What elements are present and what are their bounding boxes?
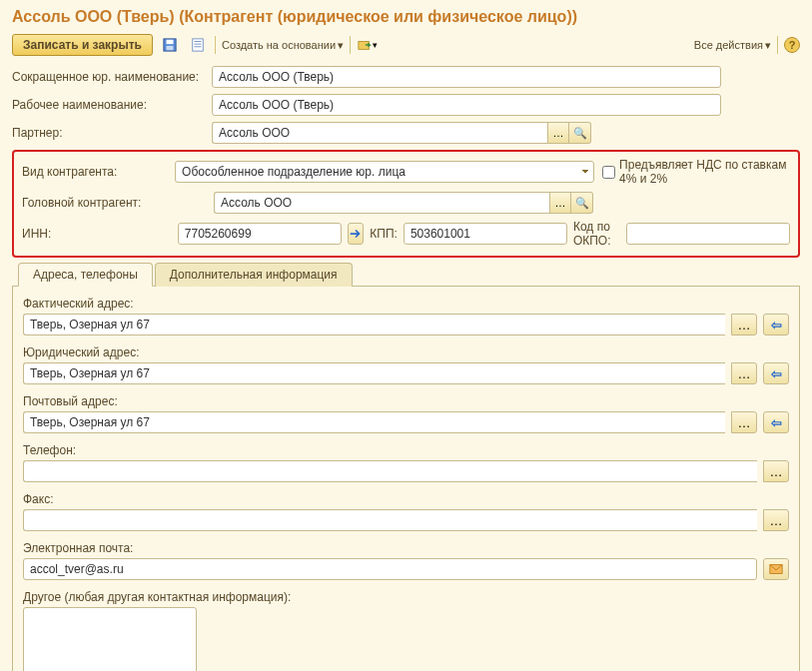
inn-fill-button[interactable]: [348, 223, 365, 245]
svg-rect-2: [166, 46, 173, 50]
postal-address-label: Почтовый адрес:: [23, 394, 789, 408]
report-button[interactable]: [187, 34, 209, 56]
fax-label: Факс:: [23, 492, 789, 506]
phone-input[interactable]: [23, 460, 757, 482]
work-name-label: Рабочее наименование:: [12, 98, 212, 112]
email-input[interactable]: [23, 558, 757, 580]
legal-address-input[interactable]: [23, 362, 725, 384]
all-actions-label: Все действия: [694, 39, 763, 51]
question-icon: ?: [789, 39, 796, 51]
head-input[interactable]: [214, 192, 549, 214]
svg-rect-3: [193, 39, 204, 51]
save-close-button[interactable]: Записать и закрыть: [12, 34, 153, 56]
actual-address-label: Фактический адрес:: [23, 297, 789, 311]
create-based-dropdown[interactable]: Создать на основании ▾: [222, 39, 344, 52]
ellipsis-icon: …: [738, 415, 751, 430]
all-actions-dropdown[interactable]: Все действия ▾: [694, 39, 771, 52]
help-button[interactable]: ?: [784, 37, 800, 53]
kpp-label: КПП:: [370, 227, 398, 241]
postal-address-input[interactable]: [23, 411, 725, 433]
separator: [215, 36, 216, 54]
okpo-input[interactable]: [626, 223, 790, 245]
tab-additional[interactable]: Дополнительная информация: [155, 263, 353, 287]
arrow-right-icon: [349, 227, 363, 241]
tab-addresses[interactable]: Адреса, телефоны: [18, 263, 153, 287]
other-textarea[interactable]: [23, 607, 197, 671]
create-based-label: Создать на основании: [222, 39, 336, 51]
list-icon: [191, 38, 205, 52]
partner-ellipsis-button[interactable]: …: [547, 122, 569, 144]
page-title: Ассоль ООО (Тверь) (Контрагент (юридичес…: [12, 8, 800, 26]
ellipsis-icon: …: [770, 464, 783, 479]
type-label: Вид контрагента:: [22, 165, 175, 179]
legal-address-label: Юридический адрес:: [23, 345, 789, 359]
tab-body-addresses: Фактический адрес: … ⇦ Юридический адрес…: [12, 287, 800, 671]
arrow-left-icon: ⇦: [771, 415, 782, 430]
phone-label: Телефон:: [23, 443, 789, 457]
fax-input[interactable]: [23, 509, 757, 531]
postal-address-copy-button[interactable]: ⇦: [763, 411, 789, 433]
arrow-left-icon: ⇦: [771, 318, 782, 333]
svg-rect-1: [166, 40, 173, 44]
floppy-icon: [163, 38, 177, 52]
head-ellipsis-button[interactable]: …: [549, 192, 571, 214]
head-label: Головной контрагент:: [22, 196, 214, 210]
go-button[interactable]: ▾: [357, 34, 379, 56]
other-label: Другое (любая другая контактная информац…: [23, 590, 789, 604]
vat-checkbox[interactable]: [602, 166, 615, 179]
short-name-input[interactable]: [212, 66, 721, 88]
ellipsis-icon: …: [555, 197, 566, 209]
email-send-button[interactable]: [763, 558, 789, 580]
save-button[interactable]: [159, 34, 181, 56]
actual-address-edit-button[interactable]: …: [731, 314, 757, 336]
actual-address-copy-button[interactable]: ⇦: [763, 314, 789, 336]
mail-icon: [769, 562, 783, 576]
ellipsis-icon: …: [738, 318, 751, 333]
chevron-down-icon: ▾: [765, 39, 771, 52]
ellipsis-icon: …: [553, 127, 564, 139]
postal-address-edit-button[interactable]: …: [731, 411, 757, 433]
ellipsis-icon: …: [738, 366, 751, 381]
okpo-label: Код по ОКПО:: [573, 220, 620, 248]
type-select[interactable]: Обособленное подразделение юр. лица: [175, 161, 594, 183]
ellipsis-icon: …: [770, 513, 783, 528]
legal-address-copy-button[interactable]: ⇦: [763, 362, 789, 384]
vat-checkbox-wrap[interactable]: Предъявляет НДС по ставкам 4% и 2%: [602, 158, 790, 186]
inn-input[interactable]: [178, 223, 342, 245]
email-label: Электронная почта:: [23, 541, 789, 555]
actual-address-input[interactable]: [23, 314, 725, 336]
separator: [350, 36, 351, 54]
partner-label: Партнер:: [12, 126, 212, 140]
kpp-input[interactable]: [404, 223, 567, 245]
phone-edit-button[interactable]: …: [763, 460, 789, 482]
tabs: Адреса, телефоны Дополнительная информац…: [12, 262, 800, 287]
separator: [777, 36, 778, 54]
chevron-down-icon: ▾: [338, 39, 344, 52]
folder-go-icon: [358, 38, 372, 52]
head-search-button[interactable]: 🔍: [571, 192, 593, 214]
work-name-input[interactable]: [212, 94, 721, 116]
highlighted-section: Вид контрагента: Обособленное подразделе…: [12, 150, 800, 258]
chevron-down-icon: ▾: [373, 40, 378, 50]
partner-input[interactable]: [212, 122, 547, 144]
fax-edit-button[interactable]: …: [763, 509, 789, 531]
arrow-left-icon: ⇦: [771, 366, 782, 381]
partner-search-button[interactable]: 🔍: [569, 122, 591, 144]
short-name-label: Сокращенное юр. наименование:: [12, 70, 212, 84]
search-icon: 🔍: [575, 197, 589, 210]
inn-label: ИНН:: [22, 227, 178, 241]
toolbar: Записать и закрыть Создать на основании …: [12, 34, 800, 56]
search-icon: 🔍: [573, 127, 587, 140]
legal-address-edit-button[interactable]: …: [731, 362, 757, 384]
vat-checkbox-label: Предъявляет НДС по ставкам 4% и 2%: [619, 158, 790, 186]
